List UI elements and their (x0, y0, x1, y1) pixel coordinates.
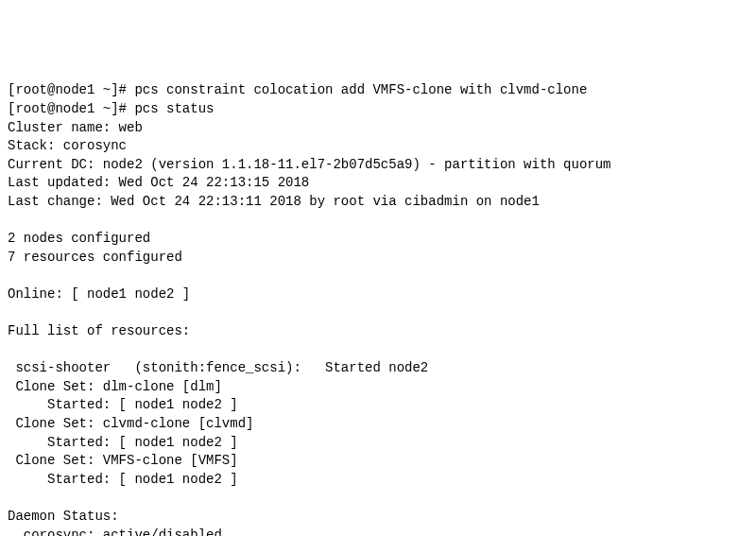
online-nodes-line: Online: [ node1 node2 ] (8, 286, 190, 302)
dlm-started-line: Started: [ node1 node2 ] (8, 397, 238, 412)
prompt-line-1: [root@node1 ~]# pcs constraint colocatio… (8, 82, 587, 97)
stack-line: Stack: corosync (8, 138, 127, 153)
clvmd-started-line: Started: [ node1 node2 ] (8, 435, 238, 450)
last-change-line: Last change: Wed Oct 24 22:13:11 2018 by… (8, 194, 540, 209)
clvmd-clone-line: Clone Set: clvmd-clone [clvmd] (8, 416, 253, 431)
resources-header-line: Full list of resources: (8, 323, 190, 338)
current-dc-line: Current DC: node2 (version 1.1.18-11.el7… (8, 157, 611, 172)
scsi-shooter-line: scsi-shooter (stonith:fence_scsi): Start… (8, 360, 428, 375)
last-updated-line: Last updated: Wed Oct 24 22:13:15 2018 (8, 175, 309, 190)
corosync-status-line: corosync: active/disabled (8, 527, 222, 536)
cluster-name-line: Cluster name: web (8, 120, 143, 135)
nodes-configured-line: 2 nodes configured (8, 231, 150, 246)
prompt-line-2: [root@node1 ~]# pcs status (8, 101, 214, 116)
terminal-output[interactable]: [root@node1 ~]# pcs constraint colocatio… (8, 81, 748, 536)
dlm-clone-line: Clone Set: dlm-clone [dlm] (8, 379, 222, 394)
daemon-status-header-line: Daemon Status: (8, 509, 119, 524)
resources-configured-line: 7 resources configured (8, 250, 182, 265)
vmfs-clone-line: Clone Set: VMFS-clone [VMFS] (8, 453, 238, 468)
vmfs-started-line: Started: [ node1 node2 ] (8, 472, 238, 487)
